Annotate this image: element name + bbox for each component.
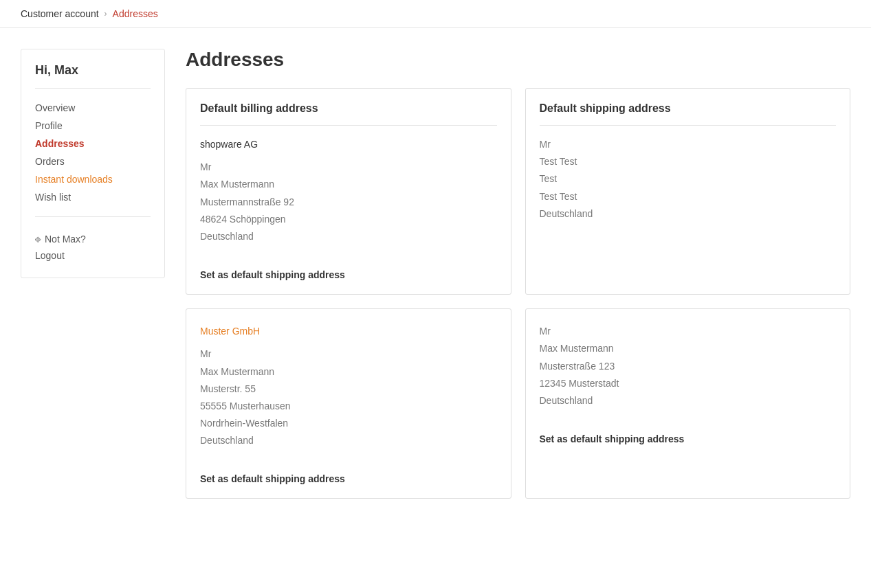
street-fourth: Musterstraße 123 [540, 358, 837, 375]
content-area: Addresses Default billing address shopwa… [186, 49, 850, 499]
city-billing: 48624 Schöppingen [200, 211, 497, 228]
country-billing: Deutschland [200, 228, 497, 245]
set-default-shipping-fourth[interactable]: Set as default shipping address [540, 433, 685, 444]
sidebar-nav: Overview Profile Addresses Orders Instan… [35, 99, 151, 217]
address-card-muster: Muster GmbH Mr Max Mustermann Musterstr.… [186, 308, 511, 499]
salutation-shipping: Mr [540, 136, 837, 153]
sidebar-item-addresses[interactable]: Addresses [35, 135, 151, 152]
street-billing: Mustermannstraße 92 [200, 194, 497, 211]
sidebar-link-addresses[interactable]: Addresses [35, 138, 85, 149]
sidebar-link-wish-list[interactable]: Wish list [35, 192, 71, 203]
fullname-muster: Max Mustermann [200, 363, 497, 381]
fullname-billing: Max Mustermann [200, 176, 497, 193]
address-card-shipping: Default shipping address Mr Test Test Te… [525, 88, 851, 295]
not-max-link[interactable]: Not Max? [45, 234, 86, 245]
salutation-muster: Mr [200, 346, 497, 363]
card-footer-fourth: Set as default shipping address [540, 423, 837, 444]
sidebar-greeting: Hi, Max [35, 63, 151, 89]
logout-icon: ⎆ [35, 234, 41, 245]
sidebar-link-overview[interactable]: Overview [35, 102, 75, 113]
salutation-billing: Mr [200, 159, 497, 176]
address-card-billing: Default billing address shopware AG Mr M… [186, 88, 511, 295]
card-title-shipping: Default shipping address [540, 102, 837, 126]
card-footer-billing: Set as default shipping address [200, 259, 497, 280]
salutation-fourth: Mr [540, 323, 837, 340]
sidebar-logout-section: ⎆ Not Max? Logout [35, 227, 151, 264]
sidebar-link-instant-downloads[interactable]: Instant downloads [35, 174, 113, 185]
breadcrumb-current: Addresses [113, 8, 158, 19]
address-card-fourth: Mr Max Mustermann Musterstraße 123 12345… [525, 308, 851, 499]
address-body-muster: Muster GmbH Mr Max Mustermann Musterstr.… [200, 323, 497, 449]
company-name-billing: shopware AG [200, 136, 497, 153]
set-default-shipping-billing[interactable]: Set as default shipping address [200, 269, 345, 280]
country-fourth: Deutschland [540, 392, 837, 409]
address-body-shipping: Mr Test Test Test Test Test Deutschland [540, 136, 837, 223]
city-muster: 55555 Musterhausen [200, 398, 497, 415]
logout-item[interactable]: Logout [35, 247, 151, 264]
sidebar-link-profile[interactable]: Profile [35, 120, 63, 131]
street-shipping: Test [540, 170, 837, 188]
fullname-shipping: Test Test [540, 153, 837, 170]
city-shipping: Test Test [540, 188, 837, 205]
main-container: Hi, Max Overview Profile Addresses Order… [0, 28, 871, 519]
breadcrumb-separator: › [104, 9, 107, 19]
card-title-billing: Default billing address [200, 102, 497, 126]
city-fourth: 12345 Musterstadt [540, 375, 837, 392]
not-max-item[interactable]: ⎆ Not Max? [35, 231, 151, 247]
country-shipping: Deutschland [540, 205, 837, 223]
state-muster: Nordrhein-Westfalen [200, 415, 497, 432]
sidebar: Hi, Max Overview Profile Addresses Order… [21, 49, 165, 278]
page-title: Addresses [186, 49, 850, 71]
sidebar-item-wish-list[interactable]: Wish list [35, 188, 151, 206]
sidebar-item-overview[interactable]: Overview [35, 99, 151, 117]
address-body-billing: shopware AG Mr Max Mustermann Mustermann… [200, 136, 497, 245]
company-name-muster: Muster GmbH [200, 323, 497, 340]
sidebar-item-orders[interactable]: Orders [35, 152, 151, 170]
country-muster: Deutschland [200, 432, 497, 449]
sidebar-item-instant-downloads[interactable]: Instant downloads [35, 170, 151, 188]
street-muster: Musterstr. 55 [200, 381, 497, 398]
sidebar-item-profile[interactable]: Profile [35, 117, 151, 135]
breadcrumb: Customer account › Addresses [0, 0, 871, 28]
logout-link[interactable]: Logout [35, 247, 151, 264]
sidebar-link-orders[interactable]: Orders [35, 156, 65, 167]
fullname-fourth: Max Mustermann [540, 340, 837, 357]
address-grid: Default billing address shopware AG Mr M… [186, 88, 850, 499]
address-body-fourth: Mr Max Mustermann Musterstraße 123 12345… [540, 323, 837, 409]
breadcrumb-home[interactable]: Customer account [21, 8, 99, 19]
set-default-shipping-muster[interactable]: Set as default shipping address [200, 473, 345, 484]
card-footer-muster: Set as default shipping address [200, 463, 497, 484]
